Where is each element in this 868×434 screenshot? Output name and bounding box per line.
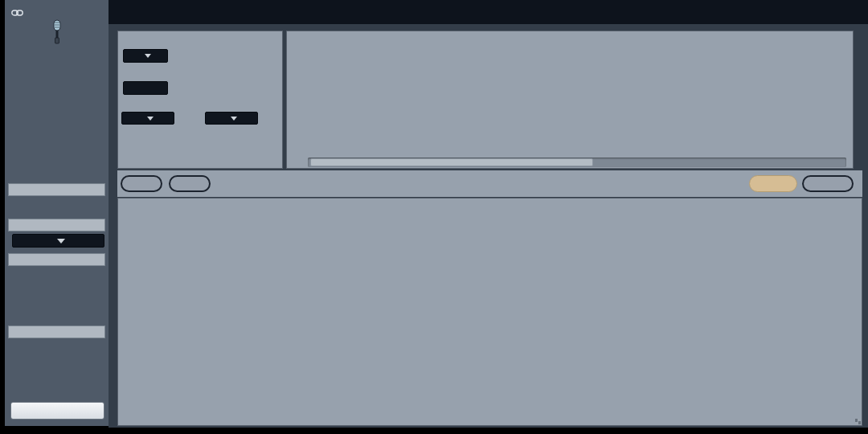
- pitch-slider[interactable]: [181, 49, 277, 58]
- music-eq-header: [8, 253, 105, 266]
- save-current-mode-button[interactable]: [10, 402, 104, 420]
- hpf-type-dropdown[interactable]: [121, 112, 174, 125]
- parametric-eq-panel: [286, 31, 854, 169]
- microphone-image: [51, 19, 63, 47]
- source-dropdown[interactable]: [123, 49, 168, 63]
- toolbar-band: [117, 170, 862, 197]
- lpf-freq-slider[interactable]: [122, 160, 277, 169]
- source-section-header: [8, 219, 105, 231]
- tab-bar: [108, 0, 868, 24]
- input-gain-field[interactable]: [123, 81, 168, 95]
- connection-row: [11, 6, 104, 19]
- window-controls: [767, 0, 868, 24]
- mode-section-header: [8, 183, 105, 196]
- main-area: [108, 0, 868, 428]
- lpf-type-dropdown[interactable]: [205, 112, 258, 125]
- sidebar: [5, 0, 108, 426]
- chevron-down-icon: [231, 117, 237, 121]
- chevron-down-icon: [145, 54, 151, 58]
- eq-curve-graph-panel: [117, 198, 862, 426]
- eq-bypass-button[interactable]: [802, 175, 854, 192]
- maximize-button[interactable]: [800, 0, 834, 24]
- app-window: { "window": { "controls": {"minimize": "…: [0, 0, 868, 434]
- mic-eq-header: [8, 326, 105, 338]
- delay-slider[interactable]: [181, 82, 277, 91]
- input-source-panel: [117, 31, 283, 169]
- close-button[interactable]: [834, 0, 868, 24]
- chevron-down-icon: [57, 239, 65, 244]
- eq-curve-chart: [118, 199, 862, 425]
- minimize-button[interactable]: [767, 0, 800, 24]
- corner-pixel-icon: [855, 419, 861, 424]
- eq-band-strips: [308, 31, 849, 157]
- link-icon: [11, 9, 23, 17]
- sidebar-source-dropdown[interactable]: [12, 234, 104, 248]
- eq-horizontal-scrollbar[interactable]: [308, 158, 846, 167]
- hpf-freq-slider[interactable]: [122, 141, 277, 149]
- eq-scrollbar-thumb[interactable]: [310, 158, 593, 166]
- reset-button[interactable]: [749, 175, 797, 192]
- spectrum-button[interactable]: [121, 175, 162, 192]
- chevron-down-icon: [147, 117, 154, 121]
- capture-button[interactable]: [169, 175, 211, 192]
